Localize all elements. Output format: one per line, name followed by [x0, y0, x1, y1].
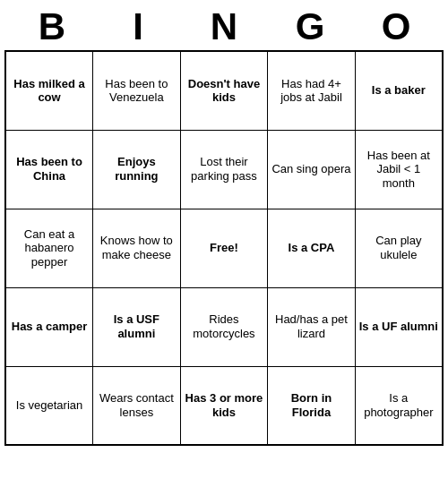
letter-b: B [20, 5, 84, 48]
cell-r4-c4: Is a photographer [355, 366, 443, 445]
cell-r2-c1: Knows how to make cheese [93, 209, 181, 287]
cell-r0-c3: Has had 4+ jobs at Jabil [268, 51, 355, 130]
cell-r0-c0: Has milked a cow [5, 51, 93, 130]
cell-r4-c1: Wears contact lenses [93, 366, 181, 445]
cell-r2-c2: Free! [180, 209, 268, 287]
cell-r3-c2: Rides motorcycles [180, 287, 268, 366]
cell-r0-c2: Doesn't have kids [180, 51, 268, 130]
cell-r1-c4: Has been at Jabil < 1 month [355, 130, 443, 209]
cell-r1-c3: Can sing opera [268, 130, 355, 209]
bingo-header: B I N G O [0, 0, 448, 50]
cell-r3-c0: Has a camper [5, 287, 93, 366]
cell-r2-c0: Can eat a habanero pepper [5, 209, 93, 287]
letter-g: G [278, 5, 342, 48]
letter-o: O [364, 5, 428, 48]
cell-r3-c1: Is a USF alumni [93, 287, 181, 366]
cell-r3-c3: Had/has a pet lizard [268, 287, 355, 366]
cell-r1-c1: Enjoys running [93, 130, 181, 209]
cell-r1-c0: Has been to China [5, 130, 93, 209]
cell-r2-c3: Is a CPA [268, 209, 355, 287]
cell-r1-c2: Lost their parking pass [180, 130, 268, 209]
cell-r4-c2: Has 3 or more kids [180, 366, 268, 445]
letter-i: I [106, 5, 170, 48]
cell-r0-c1: Has been to Venezuela [93, 51, 181, 130]
bingo-grid: Has milked a cowHas been to VenezuelaDoe… [4, 50, 444, 446]
cell-r2-c4: Can play ukulele [355, 209, 443, 287]
cell-r3-c4: Is a UF alumni [355, 287, 443, 366]
cell-r4-c0: Is vegetarian [5, 366, 93, 445]
cell-r4-c3: Born in Florida [268, 366, 355, 445]
cell-r0-c4: Is a baker [355, 51, 443, 130]
letter-n: N [192, 5, 256, 48]
